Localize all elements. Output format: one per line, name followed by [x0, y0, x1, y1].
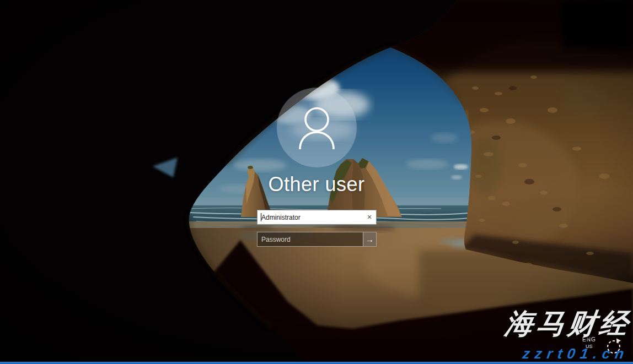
ease-of-access-button[interactable]: [605, 338, 623, 355]
password-field-container: →: [257, 232, 377, 247]
ease-of-access-icon: [605, 338, 623, 355]
clear-icon: ×: [367, 213, 372, 221]
user-icon: [277, 88, 357, 167]
clear-username-button[interactable]: ×: [363, 211, 375, 224]
password-input[interactable]: [258, 232, 363, 246]
username-input[interactable]: [258, 210, 376, 224]
password-submit-button[interactable]: →: [363, 232, 376, 246]
submit-arrow-icon: →: [366, 235, 374, 244]
text-caret: [261, 213, 261, 221]
user-avatar: [277, 88, 357, 167]
watermark-underline-bar: [0, 362, 633, 364]
watermark-brand: 海马财经: [503, 308, 633, 339]
windows-login-screen: Other user × → ENG US 海马财经 zzrt01.cn: [0, 0, 633, 364]
other-user-label: Other user: [0, 173, 633, 196]
username-field-container: ×: [257, 210, 377, 225]
